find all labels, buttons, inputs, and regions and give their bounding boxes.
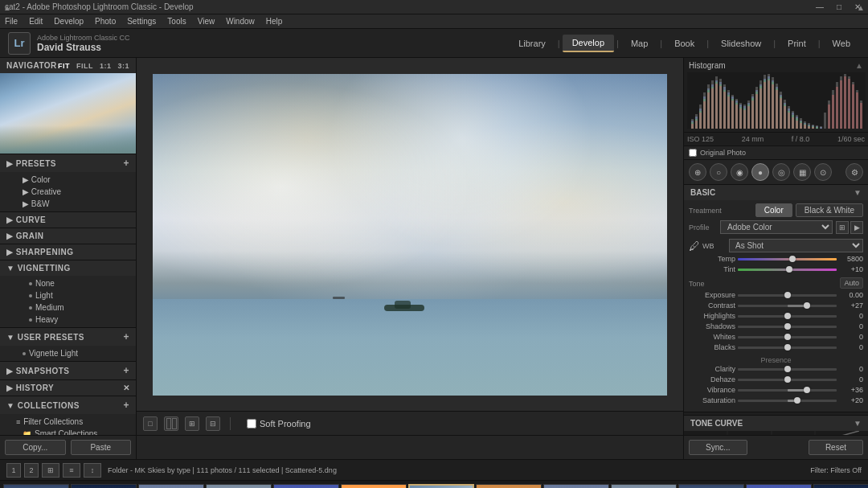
crop-tool[interactable]: ⊕ [689,163,706,181]
film-thumb-13[interactable] [813,484,868,488]
vig-none[interactable]: None [0,277,136,289]
whites-slider[interactable] [738,336,837,338]
collections-header[interactable]: ▼ Collections + [0,396,136,414]
treatment-bw-btn[interactable]: Black & White [796,203,863,217]
spot-removal-tool[interactable]: ○ [710,163,727,181]
shadows-slider[interactable] [738,326,837,328]
film-thumb-1[interactable] [3,484,69,488]
grain-header[interactable]: ▶ Grain [0,228,136,244]
film-thumb-4[interactable] [206,484,272,488]
smart-collections[interactable]: 📁 Smart Collections [0,428,136,435]
film-thumb-11[interactable] [678,484,744,488]
radial-tool[interactable]: ◎ [772,163,790,181]
snapshots-header[interactable]: ▶ Snapshots + [0,362,136,379]
nav-3-1[interactable]: 3:1 [117,62,129,70]
dehaze-slider[interactable] [738,379,837,381]
profile-select[interactable]: Adobe Color Adobe Landscape Adobe Portra… [720,220,833,234]
clarity-slider[interactable] [738,368,837,371]
contrast-slider[interactable] [738,305,837,307]
basic-header[interactable]: Basic ▼ [684,185,868,200]
profile-icon-expand[interactable]: ▶ [850,221,863,234]
menu-view[interactable]: View [198,17,215,26]
preset-color[interactable]: ▶ Color [0,174,136,186]
tone-curve-canvas[interactable] [684,431,868,435]
minimize-btn[interactable]: — [813,2,826,11]
film-thumb-2[interactable] [71,484,137,488]
navigator-preview[interactable] [0,73,136,154]
nav-1-1[interactable]: 1:1 [100,62,112,70]
tab-map[interactable]: Map [621,35,657,51]
menu-tools[interactable]: Tools [167,17,186,26]
linear-grad-tool[interactable]: ▦ [793,163,811,181]
film-thumb-8[interactable] [476,484,542,488]
film-thumb-9[interactable] [543,484,609,488]
exposure-slider[interactable] [738,294,837,297]
image-container[interactable] [137,58,683,411]
menu-photo[interactable]: Photo [95,17,116,26]
copy-button[interactable]: Copy... [5,440,66,455]
basic-collapse[interactable]: ▼ [854,188,862,197]
wb-preset-select[interactable]: As Shot Auto Daylight Cloudy [729,239,863,252]
tab-print[interactable]: Print [778,35,816,51]
auto-tone-btn[interactable]: Auto [840,277,863,289]
profile-icon-grid[interactable]: ⊞ [836,221,849,234]
view-mode-3[interactable]: ⊞ [185,416,199,431]
film-thumb-5[interactable] [273,484,339,488]
paste-button[interactable]: Paste [71,440,132,455]
vig-light[interactable]: Light [0,289,136,301]
sharpening-header[interactable]: ▶ Sharpening [0,244,136,260]
film-thumb-7[interactable] [408,484,474,488]
presets-header[interactable]: ▶ Presets + [0,154,136,172]
film-thumb-3[interactable] [138,484,204,488]
menu-settings[interactable]: Settings [127,17,156,26]
preset-creative[interactable]: ▶ Creative [0,186,136,198]
tab-web[interactable]: Web [823,35,860,51]
add-collection-icon[interactable]: + [123,400,129,411]
soft-proofing-toggle[interactable]: Soft Proofing [247,419,311,429]
redeye-tool[interactable]: ◉ [731,163,748,181]
histogram-collapse[interactable]: ▲ [855,61,863,70]
add-snapshot-icon[interactable]: + [123,365,129,376]
nav-fill[interactable]: FILL [76,62,93,70]
tint-slider[interactable] [738,269,837,271]
blacks-slider[interactable] [738,347,837,349]
menu-window[interactable]: Window [226,17,255,26]
maximize-btn[interactable]: □ [834,2,844,11]
highlights-slider[interactable] [738,315,837,318]
history-header[interactable]: ▶ History ✕ [0,380,136,396]
temp-slider[interactable] [738,258,837,260]
tab-slideshow[interactable]: Slideshow [711,35,771,51]
tone-curve-header[interactable]: Tone Curve ▼ [684,416,868,431]
clear-history-icon[interactable]: ✕ [123,383,130,392]
vibrance-slider[interactable] [738,389,837,392]
preset-bw[interactable]: ▶ B&W [0,198,136,210]
vig-medium[interactable]: Medium [0,301,136,314]
original-photo-checkbox[interactable] [689,149,697,157]
menu-file[interactable]: File [5,17,18,26]
tab-book[interactable]: Book [665,35,704,51]
saturation-slider[interactable] [738,400,837,402]
vignetting-header[interactable]: ▼ Vignetting [0,260,136,276]
sync-button[interactable]: Sync... [689,440,747,455]
wb-eyedropper[interactable]: 🖊 [689,240,700,252]
nav-list-btn[interactable]: ≡ [63,463,80,478]
curve-header[interactable]: ▶ Curve [0,212,136,228]
view-mode-2[interactable] [164,416,178,431]
nav-sort-btn[interactable]: ↕ [84,463,101,478]
film-thumb-6[interactable] [341,484,407,488]
nav-2-btn[interactable]: 2 [24,463,39,478]
navigator-header[interactable]: Navigator FIT FILL 1:1 3:1 [0,58,136,73]
nav-1-btn[interactable]: 1 [6,463,21,478]
tab-library[interactable]: Library [509,35,555,51]
menu-develop[interactable]: Develop [54,17,84,26]
treatment-color-btn[interactable]: Color [755,203,792,217]
tone-curve-collapse[interactable]: ▼ [854,419,862,428]
targeted-adj-tool[interactable]: ⊙ [814,163,832,181]
add-preset-icon[interactable]: + [123,158,129,169]
film-thumb-10[interactable] [611,484,677,488]
add-user-preset-icon[interactable]: + [123,331,129,342]
vig-heavy[interactable]: Heavy [0,314,136,326]
menu-edit[interactable]: Edit [29,17,43,26]
menu-help[interactable]: Help [266,17,283,26]
soft-proof-checkbox[interactable] [247,419,256,429]
